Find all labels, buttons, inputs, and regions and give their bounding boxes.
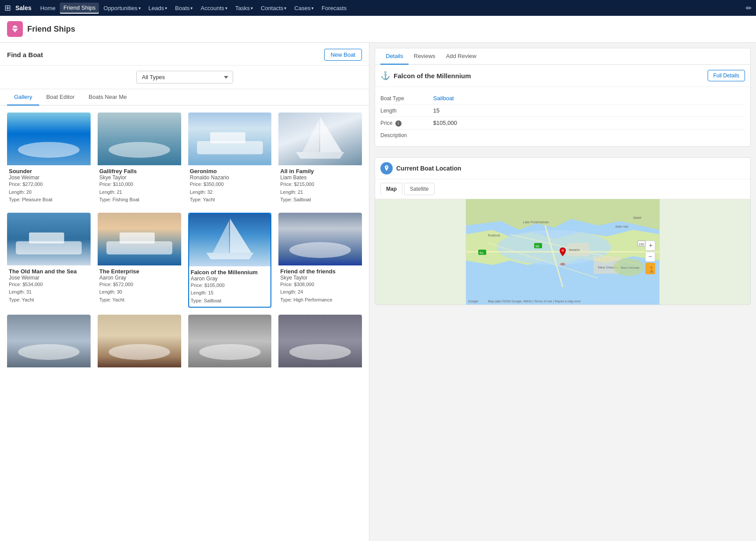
details-tab-reviews[interactable]: Reviews (409, 48, 441, 65)
boat-info: Gallifrey FallsSkye TaylorPrice: $110,00… (98, 165, 181, 206)
boat-info (7, 367, 91, 372)
map-location-icon (380, 162, 393, 174)
svg-text:90: 90 (536, 244, 540, 248)
boat-card[interactable]: Falcon of the MillenniumAaron GrayPrice:… (188, 213, 272, 308)
boat-name: Friend of the friends (280, 268, 360, 275)
edit-icon[interactable]: ✏ (746, 4, 752, 12)
nav-item-forecasts[interactable]: Forecasts (318, 3, 350, 13)
details-tabs: Details Reviews Add Review (375, 48, 750, 65)
chevron-icon: ▾ (139, 6, 141, 11)
svg-point-1 (18, 142, 80, 158)
map-tab-satellite[interactable]: Satellite (404, 183, 435, 195)
chevron-icon: ▾ (284, 6, 286, 11)
chevron-icon: ▾ (190, 6, 193, 11)
boat-type-label: Boat Type (380, 95, 433, 102)
svg-point-44 (649, 263, 652, 266)
boat-gallery: SounderJose WeimarPrice: $272,000Length:… (0, 105, 369, 379)
details-section: Details Reviews Add Review ⚓ Falcon of t… (375, 48, 751, 147)
nav-item-tasks[interactable]: Tasks ▾ (232, 3, 256, 13)
boat-name: Gallifrey Falls (99, 168, 179, 174)
svg-point-2 (109, 142, 170, 158)
boat-detail-info: Price: $105,000Length: 15Type: Sailboat (191, 282, 269, 305)
boat-name: Sounder (9, 168, 89, 174)
svg-marker-5 (320, 117, 342, 152)
price-value: $105,000 (433, 120, 457, 126)
length-label: Length (380, 108, 433, 114)
boat-name: Falcon of the Millennium (191, 269, 269, 276)
nav-item-cases[interactable]: Cases ▾ (291, 3, 317, 13)
boat-card[interactable]: GeronimoRonaldo NazarioPrice: $350,000Le… (188, 113, 272, 206)
left-panel: Find a Boat New Boat All Types Sailboat … (0, 43, 369, 541)
full-details-button[interactable]: Full Details (708, 70, 745, 81)
detail-row-price: Price i $105,000 (380, 117, 745, 130)
price-info-icon[interactable]: i (395, 120, 402, 127)
boat-owner: Skye Taylor (280, 275, 360, 281)
boat-detail-info: Price: $350,000Length: 32Type: Yacht (190, 181, 270, 204)
boat-info: GeronimoRonaldo NazarioPrice: $350,000Le… (188, 165, 272, 206)
svg-point-16 (199, 344, 260, 360)
boat-detail-name: ⚓ Falcon of the Millennium (380, 71, 471, 80)
boat-name: The Old Man and the Sea (9, 268, 89, 275)
nav-item-accounts[interactable]: Accounts ▾ (197, 3, 230, 13)
svg-rect-0 (15, 25, 15, 28)
map-tab-map[interactable]: Map (380, 183, 402, 195)
boat-card[interactable]: The Old Man and the SeaJose WeimarPrice:… (7, 213, 91, 308)
nav-item-leads[interactable]: Leads ▾ (145, 3, 171, 13)
tab-gallery[interactable]: Gallery (7, 89, 39, 105)
nav-item-home[interactable]: Home (37, 3, 59, 13)
boat-card[interactable]: SounderJose WeimarPrice: $272,000Length:… (7, 113, 91, 206)
boat-card[interactable]: All in FamilyLiam BatesPrice: $215,000Le… (278, 113, 362, 206)
boat-card[interactable] (188, 315, 272, 372)
detail-fields: Boat Type Sailboat Length 15 Price i $10… (375, 87, 750, 146)
details-tab-add-review[interactable]: Add Review (441, 48, 482, 65)
map-header: Current Boat Location (375, 158, 750, 179)
svg-text:−: − (649, 253, 652, 260)
boat-name: Geronimo (190, 168, 270, 174)
type-filter-select[interactable]: All Types Sailboat Yacht Pleasure Boat F… (136, 71, 233, 84)
nav-item-friend-ships[interactable]: Friend Ships (60, 3, 99, 14)
map-svg: New Orleans Metairie Ruddock Eden Isle S… (375, 199, 750, 305)
chevron-icon: ▾ (311, 6, 314, 11)
app-icon (7, 21, 23, 37)
svg-marker-11 (230, 218, 251, 253)
boat-info: All in FamilyLiam BatesPrice: $215,000Le… (278, 165, 362, 206)
nav-item-opportunities[interactable]: Opportunities ▾ (100, 3, 144, 13)
svg-text:+: + (649, 242, 653, 249)
find-boat-header: Find a Boat New Boat (0, 43, 369, 65)
boat-detail-info: Price: $534,000Length: 31Type: Yacht (9, 281, 89, 304)
nav-item-boats[interactable]: Boats ▾ (172, 3, 196, 13)
boat-owner: Ronaldo Nazario (190, 174, 270, 181)
price-label: Price i (380, 120, 433, 127)
tab-boats-near-me[interactable]: Boats Near Me (82, 89, 134, 105)
svg-text:190: 190 (639, 242, 645, 246)
svg-point-36 (562, 249, 564, 252)
map-container[interactable]: New Orleans Metairie Ruddock Eden Isle S… (375, 199, 750, 305)
grid-icon[interactable]: ⊞ (4, 3, 11, 13)
details-tab-details[interactable]: Details (380, 48, 409, 65)
boat-card[interactable]: Gallifrey FallsSkye TaylorPrice: $110,00… (98, 113, 181, 206)
svg-text:Ruddock: Ruddock (488, 234, 500, 237)
boat-image (189, 214, 271, 266)
boat-detail-info: Price: $308,000Length: 24Type: High Perf… (280, 281, 360, 304)
gallery-tabs: Gallery Boat Editor Boats Near Me (0, 89, 369, 105)
boat-owner: Skye Taylor (99, 174, 179, 181)
map-title: Current Boat Location (396, 165, 461, 172)
svg-point-13 (289, 242, 351, 258)
app-header: Friend Ships (0, 16, 756, 43)
boat-card[interactable]: The EnterpriseAaron GrayPrice: $572,000L… (98, 213, 181, 308)
boat-card[interactable] (7, 315, 91, 372)
description-label: Description (380, 132, 433, 138)
detail-row-description: Description (380, 130, 745, 141)
svg-point-14 (18, 344, 80, 360)
new-boat-button[interactable]: New Boat (324, 49, 362, 61)
boat-image (98, 113, 181, 165)
boat-image (7, 213, 91, 265)
boat-type-value[interactable]: Sailboat (433, 95, 454, 102)
tab-boat-editor[interactable]: Boat Editor (39, 89, 81, 105)
nav-item-contacts[interactable]: Contacts ▾ (257, 3, 290, 13)
boat-card[interactable] (278, 315, 362, 372)
boat-card[interactable]: Friend of the friendsSkye TaylorPrice: $… (278, 213, 362, 308)
svg-text:Bayou Sauvage: Bayou Sauvage (621, 266, 640, 269)
boat-card[interactable] (98, 315, 181, 372)
svg-text:Slidell: Slidell (633, 216, 642, 219)
